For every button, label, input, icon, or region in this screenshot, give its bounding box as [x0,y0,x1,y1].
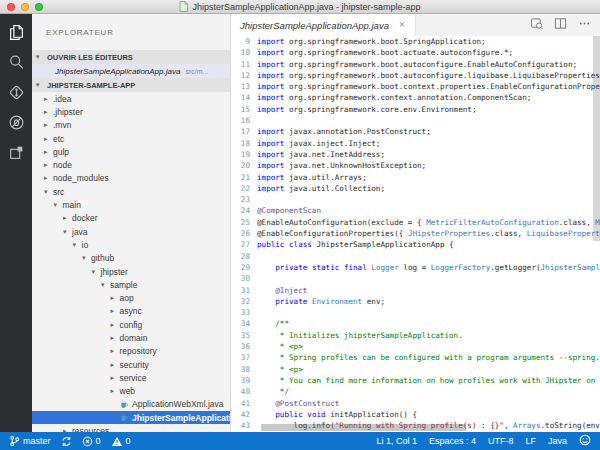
code-line[interactable]: 37 * Spring profiles can be configured w… [231,352,600,363]
line-number: 14 [231,92,257,103]
code-line[interactable]: 20import java.net.UnknownHostException; [231,160,600,171]
code-line[interactable]: 17import javax.annotation.PostConstruct; [231,126,600,137]
line-number: 21 [231,172,257,183]
source-control-icon[interactable] [7,83,26,102]
tree-folder-item[interactable]: ▸async [32,305,230,318]
tree-folder-item[interactable]: ▸.mvn [32,119,230,132]
more-actions-icon[interactable] [578,16,591,34]
indentation-status[interactable]: Espaces : 4 [429,436,476,446]
code-line[interactable]: 34 /** [231,318,600,329]
horizontal-scrollbar[interactable] [261,424,466,431]
code-line[interactable]: 39 * You can find more information on ho… [231,375,600,386]
warnings-status[interactable]: 0 [111,436,131,447]
open-editor-item[interactable]: JhipsterSampleApplicationApp.java src/m.… [32,64,230,78]
tree-folder-item[interactable]: ▸.jhipster [32,105,230,118]
tree-folder-item[interactable]: ▸repository [32,345,230,358]
code-text: import org.springframework.boot.autoconf… [257,70,600,81]
code-line[interactable]: 32 private Environment env; [231,296,600,307]
tree-folder-item[interactable]: ▸gulp [32,145,230,158]
code-line[interactable]: 24@ComponentScan [231,205,600,216]
minimize-window-button[interactable] [21,3,29,11]
tree-item-label: config [120,320,143,330]
line-number: 9 [231,36,257,47]
code-line[interactable]: 9import org.springframework.boot.SpringA… [231,36,600,47]
sync-status[interactable] [61,436,72,447]
code-line[interactable]: 15import org.springframework.core.env.En… [231,104,600,115]
feedback-smiley-icon[interactable] [579,434,591,448]
code-line[interactable]: 13import org.springframework.boot.contex… [231,81,600,92]
code-line[interactable]: 44 Collection<String> activeProfiles = A… [231,431,600,432]
close-window-button[interactable] [7,3,15,11]
tree-folder-item[interactable]: ▸config [32,318,230,331]
open-editors-header[interactable]: ▾ OUVRIR LES ÉDITEURS [32,50,230,64]
code-line[interactable]: 11import org.springframework.boot.autoco… [231,59,600,70]
document-icon [179,1,188,12]
tree-folder-item[interactable]: ▾main [32,198,230,211]
zoom-window-button[interactable] [35,3,43,11]
tree-folder-item[interactable]: ▾jhipster [32,265,230,278]
code-line[interactable]: 41 @PostConstruct [231,398,600,409]
tree-file-item[interactable]: ApplicationWebXml.java [32,398,230,411]
tree-folder-item[interactable]: ▾github [32,252,230,265]
open-preview-icon[interactable] [530,16,543,34]
code-line[interactable]: 31 @Inject [231,285,600,296]
tree-folder-item[interactable]: ▾sample [32,278,230,291]
language-mode[interactable]: Java [548,436,567,446]
debug-icon[interactable] [7,113,26,132]
tree-file-item[interactable]: JhipsterSampleApplicationApp.java [32,411,230,424]
tree-folder-item[interactable]: ▸service [32,371,230,384]
vertical-scrollbar[interactable] [593,36,600,241]
code-line[interactable]: 28 [231,251,600,262]
explorer-icon[interactable] [7,23,26,42]
code-line[interactable]: 42 public void initApplication() { [231,409,600,420]
code-line[interactable]: 25@EnableAutoConfiguration(exclude = { M… [231,217,600,228]
code-line[interactable]: 27public class JhipsterSampleApplication… [231,239,600,250]
code-area[interactable]: 9import org.springframework.boot.SpringA… [231,36,600,432]
code-line[interactable]: 10import org.springframework.boot.actuat… [231,47,600,58]
code-text: import org.springframework.core.env.Envi… [257,104,600,115]
tree-folder-item[interactable]: ▸web [32,385,230,398]
code-line[interactable]: 16 [231,115,600,126]
code-line[interactable]: 35 * Initializes jhipsterSampleApplicati… [231,330,600,341]
close-icon[interactable]: × [399,20,405,30]
tree-folder-item[interactable]: ▸docker [32,212,230,225]
tree-folder-item[interactable]: ▸resources [32,424,230,432]
tree-folder-item[interactable]: ▸node [32,158,230,171]
project-header[interactable]: ▾ JHIPSTER-SAMPLE-APP [32,78,230,92]
code-line[interactable]: 18import javax.inject.Inject; [231,138,600,149]
code-line[interactable]: 14import org.springframework.context.ann… [231,92,600,103]
eol-status[interactable]: LF [525,436,536,446]
search-icon[interactable] [7,53,26,72]
tab-jhipstersampleapplicationapp[interactable]: JhipsterSampleApplicationApp.java × [231,14,416,36]
code-text: @ComponentScan [257,205,600,216]
code-line[interactable]: 40 */ [231,386,600,397]
code-line[interactable]: 36 * <p> [231,341,600,352]
tab-bar: JhipsterSampleApplicationApp.java × [231,14,600,36]
code-line[interactable]: 30 [231,273,600,284]
cursor-position[interactable]: Li 1, Col 1 [376,436,417,446]
tree-folder-item[interactable]: ▾io [32,238,230,251]
extensions-icon[interactable] [7,143,26,162]
encoding-status[interactable]: UTF-8 [488,436,514,446]
code-line[interactable]: 21import java.util.Arrays; [231,172,600,183]
code-line[interactable]: 19import java.net.InetAddress; [231,149,600,160]
code-line[interactable]: 26@EnableConfigurationProperties({ JHips… [231,228,600,239]
tree-folder-item[interactable]: ▸node_modules [32,172,230,185]
code-line[interactable]: 12import org.springframework.boot.autoco… [231,70,600,81]
tree-folder-item[interactable]: ▾java [32,225,230,238]
split-editor-icon[interactable] [554,16,567,34]
git-branch-status[interactable]: master [9,435,51,447]
tree-folder-item[interactable]: ▸etc [32,132,230,145]
line-number: 31 [231,285,257,296]
code-line[interactable]: 29 private static final Logger log = Log… [231,262,600,273]
tree-folder-item[interactable]: ▸aop [32,291,230,304]
tree-folder-item[interactable]: ▸.idea [32,92,230,105]
code-line[interactable]: 22import java.util.Collection; [231,183,600,194]
errors-status[interactable]: 0 [82,436,101,447]
tree-folder-item[interactable]: ▸domain [32,331,230,344]
tree-folder-item[interactable]: ▾src [32,185,230,198]
code-line[interactable]: 33 [231,307,600,318]
code-line[interactable]: 23 [231,194,600,205]
code-line[interactable]: 38 * <p> [231,364,600,375]
tree-folder-item[interactable]: ▸security [32,358,230,371]
